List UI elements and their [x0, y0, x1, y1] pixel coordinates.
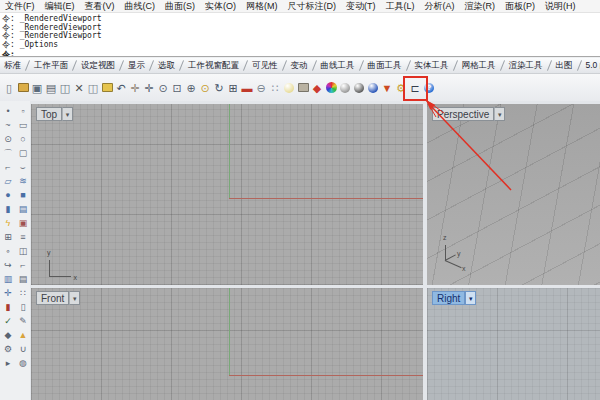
toolbar-tab[interactable]: 曲线工具 — [317, 60, 359, 72]
column-red-tool-icon[interactable]: ▮ — [2, 301, 14, 313]
menu-item[interactable]: 尺寸标注(D) — [283, 0, 342, 13]
stamp-tool-icon[interactable]: ▣ — [17, 217, 29, 229]
paste-tool-icon[interactable]: ▤ — [17, 273, 29, 285]
toolbar-tab[interactable]: 标准 — [0, 60, 25, 72]
gear-tool-icon[interactable]: ⚙ — [2, 343, 14, 355]
save-icon[interactable]: ▣ — [31, 80, 43, 96]
shaded-sphere-icon[interactable] — [353, 80, 365, 96]
hide-objects-icon[interactable]: ▬ — [241, 80, 253, 96]
delete-icon[interactable]: ✕ — [73, 80, 85, 96]
menu-item[interactable]: 实体(O) — [200, 0, 241, 13]
viewport-perspective-label[interactable]: Perspective ▾ — [432, 107, 505, 121]
viewport-right-title[interactable]: Right — [432, 291, 465, 305]
lock-icon[interactable] — [297, 80, 309, 96]
viewport-top-title[interactable]: Top — [36, 107, 62, 121]
toolbar-tab[interactable]: 可见性 — [248, 60, 282, 72]
paste-icon[interactable] — [101, 80, 113, 96]
surface-tool-icon[interactable]: ▱ — [2, 175, 14, 187]
gear-icon[interactable]: ⚙ — [395, 80, 407, 96]
offset-tool-icon[interactable]: ⌐ — [17, 259, 29, 271]
toolbar-tab[interactable]: 选取 — [154, 60, 179, 72]
viewport-tool-icon[interactable]: ⊞ — [2, 231, 14, 243]
viewport-front-label[interactable]: Front ▾ — [36, 291, 80, 305]
rounded-rect-tool-icon[interactable]: ▢ — [17, 147, 29, 159]
osnap-points-icon[interactable]: ∷ — [269, 80, 281, 96]
curve-tool-icon[interactable]: ⌣ — [17, 161, 29, 173]
toolbar-tab[interactable]: 显示 — [124, 60, 149, 72]
group-tool-icon[interactable]: ◫ — [17, 245, 29, 257]
chevron-down-icon[interactable]: ▾ — [69, 291, 80, 305]
render-flash-tool-icon[interactable]: ϟ — [2, 217, 14, 229]
pan-hand-icon[interactable]: ✛ — [129, 80, 141, 96]
menu-item[interactable]: 文件(F) — [0, 0, 40, 13]
help-icon[interactable]: ? — [423, 80, 435, 96]
point-tool-icon[interactable]: • — [2, 105, 14, 117]
rendered-sphere-icon[interactable] — [367, 80, 379, 96]
lightbulb-icon[interactable] — [283, 80, 295, 96]
link-tool-icon[interactable]: ∘ — [2, 245, 14, 257]
menu-item[interactable]: 网格(M) — [241, 0, 283, 13]
diamond-tool-icon[interactable]: ◆ — [2, 329, 14, 341]
toolbar-tab[interactable]: 5.0 的新功能 — [582, 60, 600, 72]
corner-tool-icon[interactable]: ⌐ — [2, 161, 14, 173]
check-tool-icon[interactable]: ✓ — [2, 315, 14, 327]
toolbar-tab[interactable]: 出图 — [552, 60, 577, 72]
viewport-grid-icon[interactable]: ⊞ — [227, 80, 239, 96]
toolbar-tab[interactable]: 变动 — [287, 60, 312, 72]
ellipse-tool-icon[interactable]: ○ — [17, 133, 29, 145]
command-prompt[interactable]: 令: — [2, 51, 600, 57]
layer-icon[interactable]: ◆ — [311, 80, 323, 96]
menu-item[interactable]: 分析(A) — [420, 0, 460, 13]
arc-tool-icon[interactable]: ⌒ — [2, 147, 14, 159]
chevron-down-icon[interactable]: ▾ — [494, 107, 505, 121]
dots-tool-icon[interactable]: ∷ — [17, 287, 29, 299]
zoom-selected-icon[interactable]: ⊙ — [199, 80, 211, 96]
menu-item[interactable]: 变动(T) — [341, 0, 381, 13]
cylinder-tool-icon[interactable]: ▮ — [2, 203, 14, 215]
menu-item[interactable]: 查看(V) — [80, 0, 120, 13]
viewport-front[interactable]: Front ▾ — [31, 288, 423, 400]
menu-item[interactable]: 渲染(R) — [460, 0, 501, 13]
copy-icon[interactable]: ◫ — [87, 80, 99, 96]
circle-snap-icon[interactable]: ⊖ — [255, 80, 267, 96]
new-document-icon[interactable]: ▯ — [3, 80, 15, 96]
viewport-top[interactable]: Top ▾ y x — [31, 104, 423, 285]
viewport-perspective[interactable]: Perspective ▾ z y x — [427, 104, 600, 285]
chevron-down-icon[interactable]: ▾ — [465, 291, 476, 305]
arrow-tool-icon[interactable]: ↪ — [2, 259, 14, 271]
viewport-layout-icon[interactable]: ⊏ — [409, 80, 421, 96]
command-area[interactable]: 令: _RenderedViewport令: _RenderedViewport… — [0, 13, 600, 57]
color-wheel-icon[interactable] — [325, 80, 337, 96]
pencil-tool-icon[interactable]: ✎ — [17, 315, 29, 327]
toolbar-tab[interactable]: 实体工具 — [411, 60, 453, 72]
toolbar-tab[interactable]: 工作视窗配置 — [184, 60, 243, 72]
zoom-extents-icon[interactable]: ⊕ — [185, 80, 197, 96]
menu-item[interactable]: 曲线(C) — [120, 0, 161, 13]
circle-tool-icon[interactable]: ⊙ — [2, 133, 14, 145]
viewport-right-label[interactable]: Right ▾ — [432, 291, 476, 305]
toolbar-tab[interactable]: 设定视图 — [77, 60, 119, 72]
menu-item[interactable]: 工具(L) — [381, 0, 420, 13]
viewport-front-title[interactable]: Front — [36, 291, 69, 305]
rectangle-tool-icon[interactable]: ▭ — [17, 119, 29, 131]
spotlight-icon[interactable]: ▼ — [381, 80, 393, 96]
move-view-icon[interactable]: ✛ — [143, 80, 155, 96]
viewport-right[interactable]: Right ▾ — [427, 288, 600, 400]
layers-tool-icon[interactable]: ≡ — [17, 231, 29, 243]
move-tool-icon[interactable]: ✛ — [2, 287, 14, 299]
zoom-icon[interactable]: ⊙ — [157, 80, 169, 96]
cone-tool-icon[interactable]: ▲ — [17, 329, 29, 341]
zoom-window-icon[interactable]: ⊡ — [171, 80, 183, 96]
open-folder-icon[interactable] — [17, 80, 29, 96]
flag-tool-icon[interactable]: ▸ — [2, 357, 14, 369]
toolbar-tab[interactable]: 网格工具 — [458, 60, 500, 72]
rotate-view-icon[interactable]: ↻ — [213, 80, 225, 96]
magnet-tool-icon[interactable]: ∪ — [17, 343, 29, 355]
copy-document-icon[interactable]: ◫ — [59, 80, 71, 96]
menu-item[interactable]: 面板(P) — [500, 0, 540, 13]
control-point-tool-icon[interactable]: ▫ — [17, 105, 29, 117]
print-icon[interactable]: ▤ — [45, 80, 57, 96]
undo-icon[interactable]: ↶ — [115, 80, 127, 96]
wireframe-sphere-icon[interactable] — [339, 80, 351, 96]
chevron-down-icon[interactable]: ▾ — [62, 107, 73, 121]
